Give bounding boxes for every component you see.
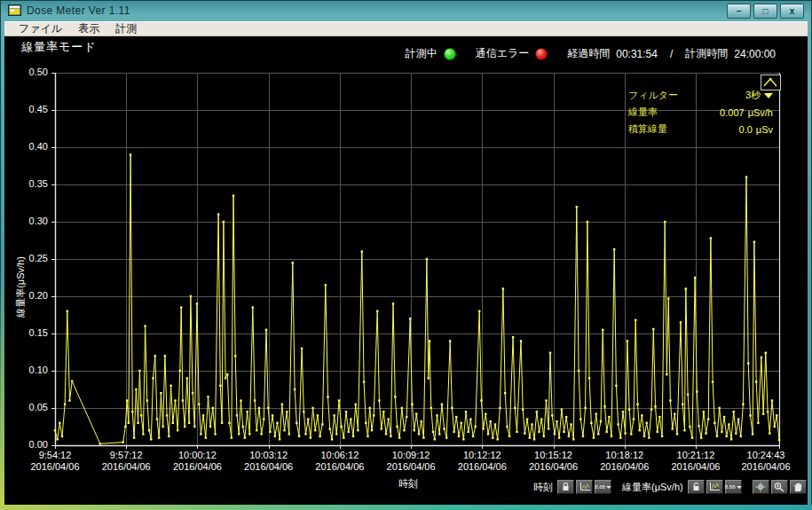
lock-x-scale-button[interactable] [557, 480, 574, 494]
data-point-marker [160, 392, 162, 394]
data-point-marker [214, 433, 216, 435]
data-point-marker [728, 423, 729, 425]
data-point-marker [152, 377, 154, 379]
data-point-marker [543, 435, 545, 437]
x-scale-format-button[interactable]: 8.88 [595, 480, 611, 494]
title-bar[interactable]: Dose Meter Ver 1.11 – □ x [0, 0, 812, 21]
data-point-marker [646, 422, 648, 424]
data-point-marker [749, 414, 751, 416]
data-point-marker [707, 418, 709, 420]
lock-y-scale-button[interactable] [688, 480, 705, 494]
data-point-marker [657, 431, 658, 433]
data-point-marker [664, 221, 666, 223]
data-point-marker [611, 435, 612, 437]
pan-tool-button[interactable] [790, 480, 807, 494]
data-point-marker [742, 404, 744, 405]
data-point-marker [314, 429, 316, 431]
data-point-marker [689, 426, 690, 428]
data-point-marker [99, 443, 101, 444]
data-point-marker [680, 321, 682, 323]
data-point-marker [186, 377, 188, 379]
y-tick-label: 0.05 [12, 402, 48, 413]
data-point-marker [335, 433, 337, 435]
x-tick-date: 2016/04/06 [91, 461, 161, 473]
data-point-marker [694, 277, 696, 279]
y-tick-label: 0.10 [12, 365, 48, 376]
menu-file[interactable]: ファイル [11, 21, 70, 36]
data-point-marker [508, 435, 510, 437]
data-point-marker [455, 416, 457, 418]
data-point-marker [429, 340, 430, 341]
data-point-marker [184, 426, 185, 428]
data-point-marker [443, 428, 445, 429]
data-point-marker [325, 284, 327, 286]
autoscale-x-button[interactable] [576, 480, 593, 494]
chevron-down-icon[interactable] [764, 93, 773, 98]
data-point-marker [465, 411, 467, 412]
data-point-marker [133, 436, 135, 438]
data-point-marker [130, 153, 131, 155]
data-point-marker [549, 352, 551, 354]
data-point-marker [373, 414, 374, 416]
data-point-marker [401, 407, 403, 409]
data-point-marker [174, 399, 176, 401]
data-point-marker [531, 423, 532, 425]
cursor-tool-button[interactable] [753, 480, 769, 494]
data-point-marker [538, 431, 540, 433]
data-point-marker [124, 426, 126, 428]
data-point-marker [421, 420, 422, 422]
data-point-marker [445, 436, 447, 438]
data-point-marker [506, 426, 508, 428]
data-point-marker [348, 431, 350, 433]
maximize-button[interactable]: □ [753, 4, 777, 19]
data-point-marker [641, 414, 643, 416]
app-icon [8, 4, 21, 16]
x-tick-label: 9:54:122016/04/06 [20, 450, 90, 473]
menu-view[interactable]: 表示 [70, 21, 107, 36]
data-point-marker [321, 423, 323, 425]
data-point-marker [333, 414, 335, 416]
data-point-marker [140, 414, 142, 416]
data-point-marker [385, 433, 387, 435]
data-point-marker [236, 414, 238, 416]
x-tick-time: 10:12:12 [447, 450, 516, 461]
menu-measure[interactable]: 計測 [107, 21, 145, 36]
data-point-marker [61, 435, 63, 437]
data-point-marker [365, 422, 367, 424]
duration-label: 計測時間 [685, 46, 728, 61]
data-point-marker [502, 287, 504, 289]
data-point-marker [497, 438, 499, 440]
data-point-marker [303, 411, 304, 412]
data-point-marker [71, 381, 73, 382]
data-point-marker [578, 370, 579, 372]
x-tick-time: 10:09:12 [376, 450, 445, 461]
measuring-led-icon [444, 48, 456, 60]
data-point-marker [131, 411, 133, 412]
data-point-marker [774, 426, 776, 428]
window-controls: – □ x [727, 4, 804, 19]
x-tick-time: 10:24:43 [731, 450, 800, 461]
data-point-marker [338, 399, 340, 401]
data-point-marker [698, 425, 699, 427]
data-point-marker [196, 302, 198, 304]
data-point-marker [434, 438, 436, 440]
window-title: Dose Meter Ver 1.11 [27, 4, 130, 17]
zoom-tool-button[interactable] [771, 480, 788, 494]
data-point-marker [617, 423, 619, 425]
data-point-marker [221, 422, 223, 424]
comm-error-led-icon [535, 48, 548, 60]
data-point-marker [533, 438, 535, 440]
close-button[interactable]: x [780, 4, 804, 19]
x-tick-time: 9:54:12 [20, 450, 90, 461]
autoscale-y-button[interactable] [706, 480, 723, 494]
graph-palette-toolbar: 時刻 8.88 線量率(μSv/h) [533, 479, 808, 495]
y-scale-format-button[interactable]: 8.88 [725, 480, 742, 494]
data-point-marker [627, 340, 628, 341]
minimize-button[interactable]: – [727, 4, 751, 19]
data-point-marker [363, 381, 365, 382]
filter-select[interactable]: 3秒 [745, 89, 773, 102]
data-point-marker [260, 433, 262, 435]
data-point-marker [307, 418, 309, 420]
data-point-marker [225, 377, 226, 379]
data-point-marker [126, 399, 128, 401]
